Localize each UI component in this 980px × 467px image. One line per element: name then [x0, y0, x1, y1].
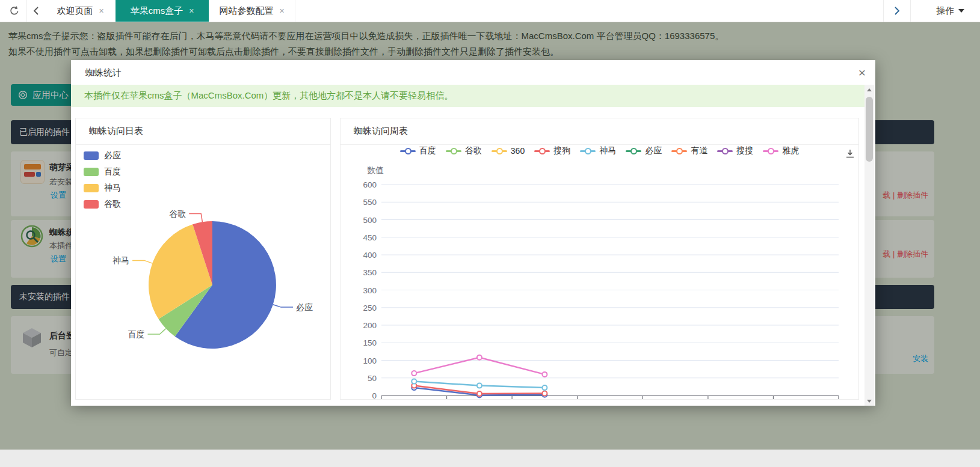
line-legend-item-6[interactable]: 有道: [671, 146, 707, 156]
tab-label: 苹果cms盒子: [131, 5, 183, 17]
pie-chart-card: 蜘蛛访问日表 必应百度神马谷歌 必应百度神马谷歌: [75, 118, 331, 400]
screen: 欢迎页面 × 苹果cms盒子 × 网站参数配置 × 操作 苹果cms盒子提示您：…: [0, 0, 980, 467]
legend-marker: [763, 147, 778, 155]
legend-label: 谷歌: [104, 199, 121, 210]
legend-marker: [446, 147, 461, 155]
scroll-down-icon[interactable]: [864, 396, 874, 406]
pie-slice-label: 谷歌: [169, 209, 186, 219]
y-tick-label: 150: [363, 338, 377, 347]
spider-stats-modal: 蜘蛛统计 × 本插件仅在苹果cms盒子（MacCmsBox.Com）更新，其他地…: [71, 60, 875, 406]
data-point: [411, 371, 416, 376]
tab-site-config[interactable]: 网站参数配置 ×: [209, 0, 295, 22]
y-axis-name: 数值: [367, 165, 384, 175]
legend-marker: [717, 147, 733, 155]
pie-legend-item-0[interactable]: 必应: [84, 150, 121, 161]
legend-swatch: [84, 200, 99, 209]
tab-welcome[interactable]: 欢迎页面 ×: [45, 0, 116, 22]
line-legend-item-8[interactable]: 雅虎: [763, 146, 799, 156]
y-tick-label: 200: [363, 321, 377, 330]
data-point: [411, 379, 416, 384]
pie-legend-item-2[interactable]: 神马: [84, 182, 121, 194]
legend-marker: [626, 147, 641, 155]
y-tick-label: 250: [363, 304, 377, 313]
legend-label: 神马: [599, 145, 616, 156]
tabs-scroll-right-icon[interactable]: [887, 0, 907, 22]
legend-swatch: [84, 168, 99, 176]
legend-label: 360: [511, 146, 525, 156]
y-tick-label: 350: [363, 268, 377, 277]
legend-swatch: [84, 151, 99, 160]
data-point: [477, 391, 482, 396]
data-point: [542, 391, 547, 396]
legend-label: 必应: [645, 145, 662, 156]
y-tick-label: 450: [363, 233, 377, 242]
legend-marker: [492, 147, 507, 155]
legend-label: 雅虎: [782, 145, 799, 156]
action-label: 操作: [936, 5, 954, 17]
legend-marker: [580, 147, 596, 155]
pie-legend-item-1[interactable]: 百度: [84, 166, 121, 177]
scroll-up-icon[interactable]: [864, 85, 874, 94]
line-legend-item-3[interactable]: 搜狗: [534, 146, 570, 156]
line-legend-item-2[interactable]: 360: [492, 146, 525, 156]
tab-close-icon[interactable]: ×: [189, 7, 194, 15]
tabs-scroll-left-icon[interactable]: [28, 0, 45, 22]
y-tick-label: 300: [363, 286, 377, 295]
action-dropdown[interactable]: 操作: [936, 0, 964, 22]
tab-maccms-box[interactable]: 苹果cms盒子 ×: [116, 0, 209, 22]
line-legend-item-0[interactable]: 百度: [400, 146, 436, 156]
legend-marker: [534, 147, 550, 155]
chevron-down-icon: [958, 9, 964, 13]
y-tick-label: 400: [363, 251, 377, 260]
tab-close-icon[interactable]: ×: [99, 7, 103, 15]
tab-label: 网站参数配置: [219, 5, 273, 17]
y-tick-label: 550: [363, 198, 377, 207]
legend-label: 有道: [691, 145, 707, 156]
legend-label: 搜搜: [736, 145, 753, 156]
data-point: [477, 383, 482, 388]
modal-title: 蜘蛛统计: [85, 67, 122, 79]
legend-marker: [671, 147, 687, 155]
pie-slice-label: 神马: [112, 255, 129, 265]
tab-bar: 欢迎页面 × 苹果cms盒子 × 网站参数配置 × 操作: [0, 0, 980, 22]
refresh-icon[interactable]: [4, 0, 25, 22]
scrollbar-thumb[interactable]: [866, 97, 873, 162]
modal-banner: 本插件仅在苹果cms盒子（MacCmsBox.Com）更新，其他地方都不是本人请…: [71, 85, 864, 107]
tab-close-icon[interactable]: ×: [279, 7, 284, 15]
line-legend: 百度谷歌360搜狗神马必应有道搜搜雅虎: [341, 146, 858, 156]
bottom-strip: [0, 450, 980, 467]
legend-label: 百度: [104, 166, 121, 177]
data-point: [542, 372, 547, 377]
legend-label: 搜狗: [553, 145, 570, 156]
legend-label: 神马: [104, 183, 121, 194]
line-legend-item-5[interactable]: 必应: [626, 146, 662, 156]
legend-swatch: [84, 184, 99, 192]
y-tick-label: 600: [363, 180, 377, 189]
pie-legend-item-3[interactable]: 谷歌: [84, 198, 121, 210]
legend-marker: [400, 147, 416, 155]
pie-legend: 必应百度神马谷歌: [84, 150, 121, 210]
data-point: [542, 385, 547, 390]
y-tick-label: 0: [372, 391, 377, 399]
line-chart-svg: 050100150200250300350400450500550600数值星期…: [341, 118, 858, 399]
line-legend-item-1[interactable]: 谷歌: [446, 146, 482, 156]
legend-label: 百度: [419, 145, 436, 156]
y-tick-label: 500: [363, 216, 377, 225]
tab-label: 欢迎页面: [57, 5, 93, 17]
y-tick-label: 50: [368, 374, 377, 383]
pie-slice-label: 百度: [128, 329, 145, 339]
data-point: [477, 355, 482, 360]
legend-label: 谷歌: [465, 145, 482, 156]
close-icon[interactable]: ×: [854, 65, 870, 81]
legend-label: 必应: [104, 150, 121, 161]
line-legend-item-4[interactable]: 神马: [580, 146, 616, 156]
modal-scrollbar[interactable]: [864, 85, 874, 406]
line-legend-item-7[interactable]: 搜搜: [717, 146, 753, 156]
y-tick-label: 100: [363, 356, 377, 365]
line-chart-card: 蜘蛛访问周表 百度谷歌360搜狗神马必应有道搜搜雅虎 0501001502002…: [340, 118, 859, 400]
pie-slice-label: 必应: [296, 302, 313, 312]
